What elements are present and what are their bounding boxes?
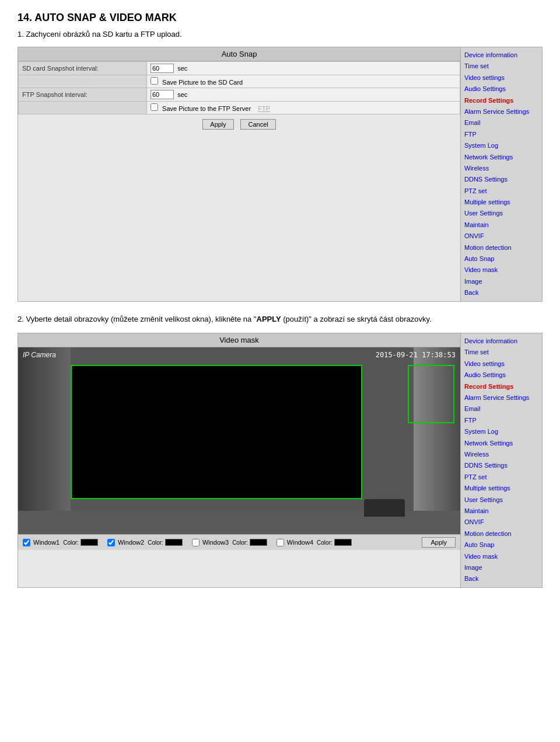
save-ftp-label-empty (19, 102, 147, 114)
window1-ctrl: Window1 Color: (23, 539, 98, 546)
sidebar-item[interactable]: System Log (464, 140, 538, 151)
save-ftp-checkbox-label: Save Picture to the FTP Server (162, 105, 251, 112)
window4-checkbox[interactable] (276, 539, 284, 546)
window2-ctrl: Window2 Color: (107, 539, 183, 546)
videomask-main: Video mask IP Camera 2015-09-21 17:38:53… (18, 333, 460, 587)
sidebar-item[interactable]: Video mask (464, 264, 538, 276)
sidebar-item[interactable]: PTZ set (464, 472, 538, 483)
ftp-snapshot-unit: sec (177, 91, 187, 98)
save-ftp-checkbox[interactable] (150, 103, 158, 111)
sidebar-item[interactable]: Video settings (464, 72, 538, 83)
window3-color-label: Color: (232, 539, 248, 546)
sidebar-item[interactable]: User Settings (464, 208, 538, 219)
sidebar-item[interactable]: Record Settings (464, 381, 538, 392)
sidebar-item[interactable]: Audio Settings (464, 370, 538, 381)
window4-ctrl: Window4 Color: (276, 539, 352, 546)
sidebar-item[interactable]: Network Settings (464, 438, 538, 449)
window-controls: Window1 Color: Window2 Color: Window3 (23, 537, 456, 548)
sidebar-item[interactable]: Wireless (464, 163, 538, 174)
window1-color-label: Color: (63, 539, 79, 546)
page-heading: 14. AUTO SNAP & VIDEO MARK (18, 12, 542, 24)
save-sd-checkbox-cell: Save Picture to the SD Card (147, 75, 460, 88)
sd-snapshot-value: sec (147, 62, 460, 75)
sidebar-item[interactable]: Wireless (464, 449, 538, 460)
sidebar-item[interactable]: Email (464, 403, 538, 414)
sidebar-item[interactable]: Device information (464, 336, 538, 347)
sidebar-item[interactable]: Video settings (464, 358, 538, 370)
save-sd-checkbox-label: Save Picture to the SD Card (162, 79, 243, 86)
sidebar-item[interactable]: ONVIF (464, 231, 538, 242)
sidebar-item[interactable]: FTP (464, 129, 538, 140)
sd-snapshot-input[interactable] (150, 64, 174, 73)
window3-color-box (250, 539, 267, 546)
sidebar-item[interactable]: Maintain (464, 506, 538, 517)
sidebar-item[interactable]: Email (464, 117, 538, 128)
window3-label: Window3 (202, 539, 229, 546)
videomask-panel-container: Video mask IP Camera 2015-09-21 17:38:53… (18, 333, 542, 588)
sidebar-item[interactable]: System Log (464, 426, 538, 437)
sidebar-item[interactable]: Multiple settings (464, 483, 538, 494)
save-sd-checkbox[interactable] (150, 77, 158, 85)
window1-checkbox[interactable] (23, 539, 30, 546)
table-row: Save Picture to the FTP Server FTP (19, 102, 460, 114)
window2-checkbox[interactable] (107, 539, 115, 546)
window4-label: Window4 (287, 539, 313, 546)
sidebar-item[interactable]: Auto Snap (464, 253, 538, 264)
sidebar-item[interactable]: Record Settings (464, 95, 538, 106)
sidebar-item[interactable]: Maintain (464, 220, 538, 231)
ftp-snapshot-input[interactable] (150, 90, 174, 99)
camera-timestamp: 2015-09-21 17:38:53 (376, 351, 456, 359)
sidebar-item[interactable]: DDNS Settings (464, 460, 538, 471)
sidebar-item[interactable]: Device information (464, 50, 538, 61)
sidebar-item[interactable]: Back (464, 573, 538, 584)
cam-bg-left (18, 347, 71, 534)
videomask-title: Video mask (18, 333, 460, 347)
videomask-bottom: Window1 Color: Window2 Color: Window3 (18, 534, 460, 550)
mask-window-1[interactable] (71, 365, 362, 499)
window2-color-box (165, 539, 183, 546)
save-ftp-checkbox-cell: Save Picture to the FTP Server FTP (147, 102, 460, 114)
window3-ctrl: Window3 Color: (192, 539, 267, 546)
sidebar-item[interactable]: Time set (464, 61, 538, 72)
sidebar-item[interactable]: User Settings (464, 494, 538, 506)
sd-snapshot-unit: sec (177, 65, 187, 72)
window2-label: Window2 (118, 539, 144, 546)
sidebar-item[interactable]: FTP (464, 415, 538, 426)
sidebar-item[interactable]: PTZ set (464, 186, 538, 197)
sidebar-item[interactable]: Motion detection (464, 528, 538, 539)
autosnap-main: Auto Snap SD card Snapshot interval: sec… (18, 47, 460, 301)
sd-snapshot-label: SD card Snapshot interval: (19, 62, 147, 75)
sidebar-item[interactable]: DDNS Settings (464, 174, 538, 185)
window3-checkbox[interactable] (192, 539, 200, 546)
window1-color-box (80, 539, 98, 546)
sidebar-item[interactable]: Alarm Service Settings (464, 392, 538, 403)
sidebar-item[interactable]: Auto Snap (464, 539, 538, 551)
window4-color-box (334, 539, 352, 546)
sidebar-item[interactable]: Motion detection (464, 242, 538, 253)
sidebar-item[interactable]: Alarm Service Settings (464, 106, 538, 117)
sidebar-item[interactable]: Multiple settings (464, 197, 538, 208)
apply-button[interactable]: Apply (202, 119, 234, 130)
videomask-apply-button[interactable]: Apply (422, 537, 456, 548)
ftp-snapshot-value: sec (147, 88, 460, 102)
autosnap-buttons: Apply Cancel (18, 114, 460, 134)
sidebar-item[interactable]: Time set (464, 347, 538, 358)
table-row: SD card Snapshot interval: sec (19, 62, 460, 75)
table-row: Save Picture to the SD Card (19, 75, 460, 88)
sidebar-item[interactable]: Network Settings (464, 152, 538, 163)
sidebar-item[interactable]: Image (464, 276, 538, 287)
camera-view: IP Camera 2015-09-21 17:38:53 (18, 347, 460, 534)
sidebar-item[interactable]: Video mask (464, 551, 538, 562)
step1-description: 1. Zachycení obrázků na SD kartu a FTP u… (18, 30, 542, 39)
ftp-link[interactable]: FTP (258, 105, 270, 112)
camera-label: IP Camera (23, 351, 56, 359)
mask-window-2[interactable] (408, 365, 454, 423)
cancel-button[interactable]: Cancel (240, 119, 275, 130)
ftp-snapshot-label: FTP Snapshot interval: (19, 88, 147, 102)
sidebar-item[interactable]: ONVIF (464, 517, 538, 528)
sidebar-item[interactable]: Image (464, 562, 538, 573)
sidebar-1: Device informationTime setVideo settings… (460, 47, 542, 301)
sidebar-item[interactable]: Audio Settings (464, 83, 538, 95)
window1-label: Window1 (33, 539, 60, 546)
sidebar-item[interactable]: Back (464, 287, 538, 298)
